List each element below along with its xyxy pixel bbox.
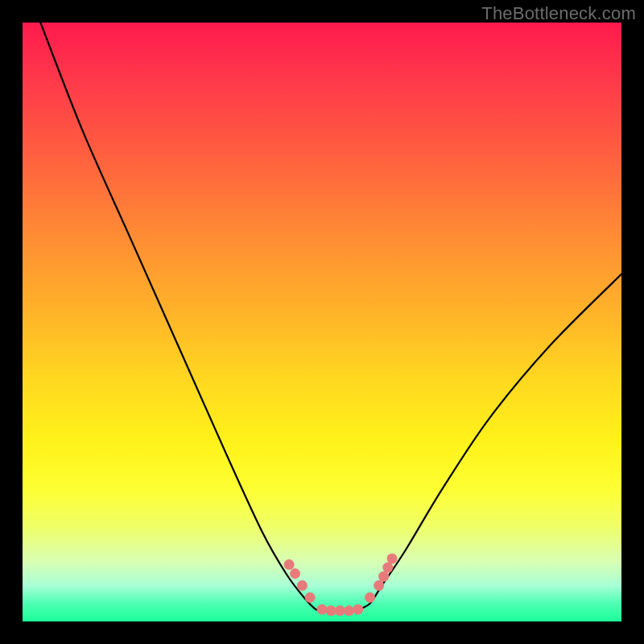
chart-frame: TheBottleneck.com xyxy=(0,0,644,644)
left-dot-2 xyxy=(290,568,300,579)
curve-group xyxy=(40,23,621,610)
plateau-dot-1 xyxy=(317,605,328,615)
plateau-dot-2 xyxy=(326,605,336,616)
right-cluster-1 xyxy=(374,580,384,591)
plateau-dot-3 xyxy=(335,605,345,616)
right-cluster-2 xyxy=(378,572,389,582)
left-dot-1 xyxy=(284,559,295,570)
plot-area xyxy=(23,23,621,621)
right-cluster-3 xyxy=(382,563,393,573)
curve-right xyxy=(358,274,621,609)
chart-svg xyxy=(23,23,621,621)
right-dot-1 xyxy=(365,592,375,603)
markers-group xyxy=(284,553,398,616)
left-dot-3 xyxy=(297,580,308,591)
right-cluster-4 xyxy=(387,553,398,564)
watermark-text: TheBottleneck.com xyxy=(481,3,636,24)
curve-left xyxy=(40,23,322,610)
plateau-dot-5 xyxy=(353,605,363,615)
plateau-dot-4 xyxy=(344,605,354,616)
left-dot-4 xyxy=(305,592,316,603)
